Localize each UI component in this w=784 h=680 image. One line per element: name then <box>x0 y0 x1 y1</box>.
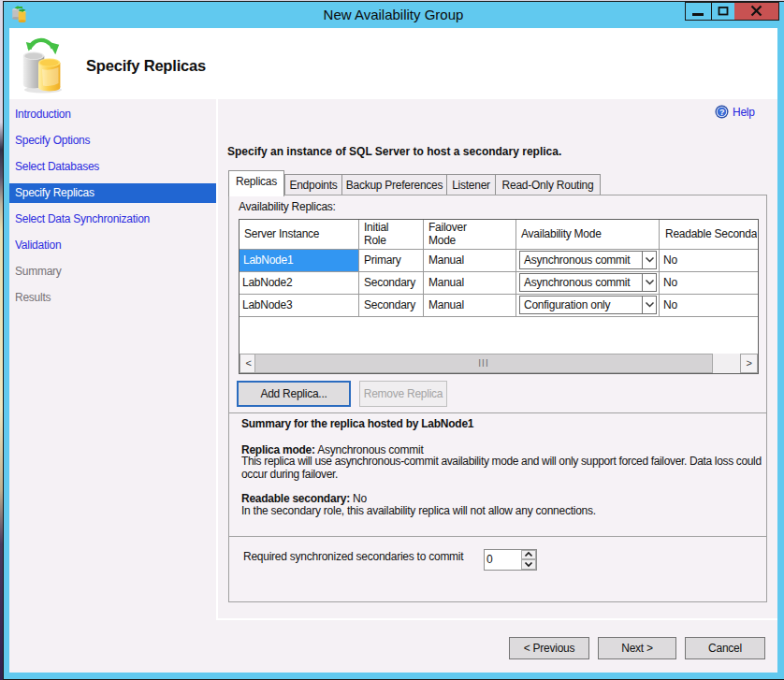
svg-text:?: ? <box>719 108 724 117</box>
